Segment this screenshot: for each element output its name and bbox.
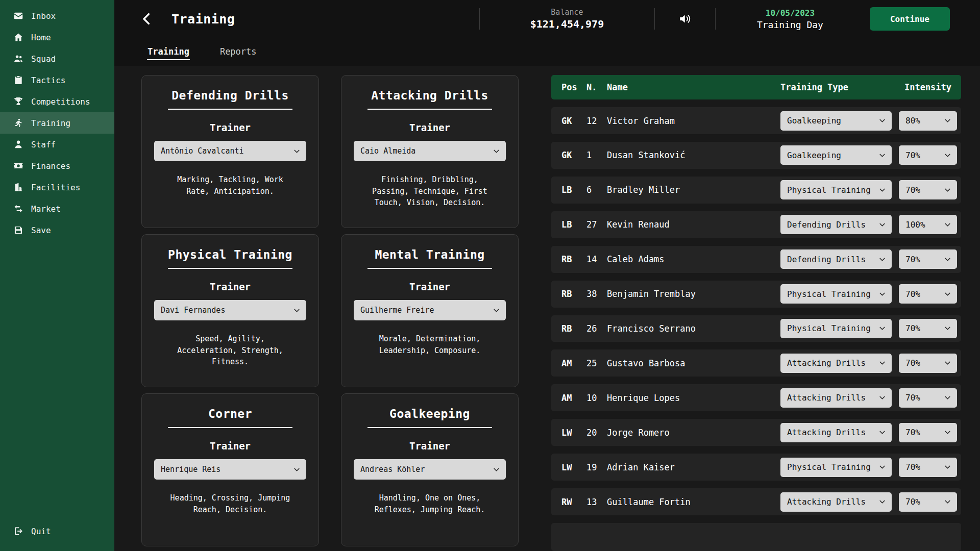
squad-icon [13,54,23,64]
chevron-down-icon [943,463,952,471]
intensity-select[interactable]: 70% [899,354,957,373]
trainer-select[interactable]: Antônio Cavalcanti [154,141,306,161]
chevron-down-icon [943,116,952,125]
chevron-down-icon [943,497,952,506]
intensity-value: 70% [905,323,920,333]
sidebar-item[interactable]: Tactics [0,69,114,91]
card-divider [168,109,292,110]
chevron-down-icon [943,428,952,437]
intensity-select[interactable]: 70% [899,423,957,442]
intensity-select[interactable]: 70% [899,319,957,338]
sidebar-item-quit[interactable]: Quit [0,520,114,542]
trainer-select[interactable]: Henrique Reis [154,459,306,480]
sidebar-item-label: Save [31,226,51,235]
intensity-select[interactable]: 70% [899,249,957,269]
sidebar-item-label: Competitions [31,97,90,107]
sidebar-item[interactable]: Finances [0,155,114,177]
continue-button[interactable]: Continue [870,7,950,31]
training-type-select[interactable]: Defending Drills [780,215,892,234]
sidebar-item[interactable]: Inbox [0,5,114,27]
drill-description: Heading, Crossing, Jumping Reach, Decisi… [164,492,296,515]
facilities-icon [13,182,23,192]
main-area: Training Balance $121,454,979 10/05/2023… [114,0,980,551]
intensity-select[interactable]: 70% [899,180,957,199]
drill-card-title: Defending Drills [172,89,289,102]
back-button[interactable] [139,11,154,27]
training-table: Pos N. Name Training Type Intensity GK 1… [551,75,961,551]
intensity-value: 80% [905,116,920,126]
player-number: 14 [586,254,607,264]
sidebar-item[interactable]: Save [0,219,114,241]
player-name: Bradley Miller [607,185,780,195]
training-type-select[interactable]: Goalkeeping [780,111,892,131]
sidebar-item[interactable]: Market [0,198,114,219]
balance-block: Balance $121,454,979 [503,8,631,30]
training-type-cell: Physical Training [780,284,899,304]
table-row: AM 25 Gustavo Barbosa Attacking Drills 7… [551,349,961,377]
sidebar-item[interactable]: Staff [0,134,114,155]
chevron-down-icon [878,151,887,160]
training-type-select[interactable]: Goalkeeping [780,145,892,165]
intensity-select[interactable]: 70% [899,145,957,165]
chevron-down-icon [878,220,887,229]
chevron-down-icon [878,393,887,402]
training-icon [13,118,23,128]
player-number: 12 [586,116,607,126]
trainer-label: Trainer [409,281,450,292]
table-row: LB 6 Bradley Miller Physical Training 70… [551,177,961,204]
trainer-select-value: Antônio Cavalcanti [161,146,244,156]
intensity-select[interactable]: 100% [899,215,957,234]
intensity-select[interactable]: 70% [899,458,957,477]
intensity-select[interactable]: 70% [899,284,957,304]
trainer-select[interactable]: Andreas Köhler [354,459,506,480]
sidebar-item[interactable]: Competitions [0,91,114,112]
drill-card-title: Mental Training [375,248,484,261]
training-type-select[interactable]: Physical Training [780,319,892,338]
training-type-select[interactable]: Defending Drills [780,249,892,269]
chevron-down-icon [292,147,301,156]
intensity-select[interactable]: 80% [899,111,957,131]
sidebar-item-label: Facilities [31,183,80,192]
training-type-select[interactable]: Attacking Drills [780,354,892,373]
sidebar-item-label: Training [31,118,70,128]
intensity-select[interactable]: 70% [899,388,957,408]
tactics-icon [13,75,23,85]
intensity-value: 70% [905,393,920,403]
player-name: Guillaume Fortin [607,497,780,507]
sidebar: Inbox Home Squad Tactics Competitions [0,0,114,551]
player-number: 27 [586,219,607,230]
sidebar-item[interactable]: Home [0,27,114,48]
player-name: Benjamin Tremblay [607,289,780,299]
sidebar-item-label: Tactics [31,76,65,85]
balance-value: $121,454,979 [503,18,631,30]
player-position: LW [561,462,586,472]
header-divider [479,8,480,30]
tab[interactable]: Training [147,44,190,60]
sidebar-item[interactable]: Squad [0,48,114,69]
sidebar-item-label: Market [31,204,61,214]
training-type-value: Attacking Drills [787,358,866,368]
training-type-select[interactable]: Physical Training [780,180,892,199]
sidebar-item[interactable]: Training [0,112,114,134]
player-position: GK [561,150,586,160]
trainer-label: Trainer [409,440,450,452]
drill-description: Speed, Agility, Acceleration, Strength, … [164,333,296,368]
training-type-select[interactable]: Physical Training [780,458,892,477]
intensity-select[interactable]: 70% [899,492,957,512]
trainer-select[interactable]: Caio Almeida [354,141,506,161]
sidebar-item-label: Staff [31,140,56,149]
speaker-icon[interactable] [678,12,692,26]
sidebar-item[interactable]: Facilities [0,177,114,198]
trainer-select[interactable]: Davi Fernandes [154,300,306,320]
training-type-select[interactable]: Attacking Drills [780,388,892,408]
trainer-select[interactable]: Guilherme Freire [354,300,506,320]
training-type-select[interactable]: Attacking Drills [780,423,892,442]
drill-description: Marking, Tackling, Work Rate, Anticipati… [164,174,296,197]
tab[interactable]: Reports [219,44,257,60]
chevron-down-icon [878,186,887,194]
training-type-select[interactable]: Physical Training [780,284,892,304]
training-type-cell: Goalkeeping [780,145,899,165]
drill-cards: Defending Drills Trainer Antônio Cavalca… [141,75,519,551]
training-type-select[interactable]: Attacking Drills [780,492,892,512]
tab-bar: Training Reports [114,38,980,66]
